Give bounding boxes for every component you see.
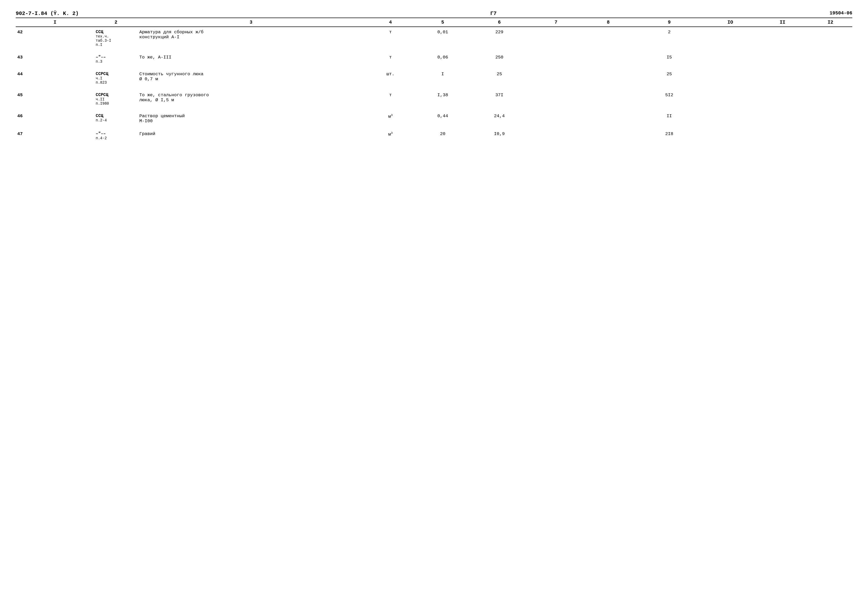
page-header: 902-7-I.84 (Ÿ. K. 2) Г7 19504-06 <box>16 11 852 17</box>
cell-col8 <box>582 69 634 86</box>
table-row: 46ССЦп.2-4Раствор цементныйМ-I00м30,4424… <box>16 111 852 124</box>
header-right: 19504-06 <box>830 11 852 16</box>
cell-description: Арматура для сборных ж/бконструкций А-I <box>138 27 364 48</box>
col-header-2: 2 <box>94 18 138 27</box>
cell-col8 <box>582 52 634 65</box>
cell-unit: т <box>364 27 417 48</box>
cell-number: 47 <box>16 129 94 141</box>
cell-number: 46 <box>16 111 94 124</box>
col-header-4: 4 <box>364 18 417 27</box>
col-header-6: 6 <box>469 18 530 27</box>
cell-description: Стоимость чугунного люкаØ 0,7 м <box>138 69 364 86</box>
cell-unit: м3 <box>364 129 417 141</box>
cell-col9: II <box>634 111 704 124</box>
col-header-5: 5 <box>417 18 469 27</box>
cell-description: То же, А-III <box>138 52 364 65</box>
col-header-12: I2 <box>809 18 852 27</box>
col-header-7: 7 <box>530 18 582 27</box>
cell-col7 <box>530 90 582 107</box>
table-row: 42ССЦтех.ч.таб.3-Iп.IАрматура для сборны… <box>16 27 852 48</box>
spacer-row <box>16 124 852 129</box>
cell-col12 <box>809 27 852 48</box>
cell-col7 <box>530 111 582 124</box>
spacer-row <box>16 48 852 52</box>
main-table-wrapper: I 2 3 4 5 6 7 8 9 IO II I2 42ССЦтех.ч.та… <box>16 17 852 146</box>
cell-source: ССЦтех.ч.таб.3-Iп.I <box>94 27 138 48</box>
cell-col5: 20 <box>417 129 469 141</box>
cell-col8 <box>582 90 634 107</box>
cell-col10 <box>704 52 756 65</box>
cell-col11 <box>756 27 809 48</box>
col-header-9: 9 <box>634 18 704 27</box>
table-row: 47–"-–п.4-2Гравийм320I0,92I8 <box>16 129 852 141</box>
cell-col5: 0,44 <box>417 111 469 124</box>
cell-col10 <box>704 69 756 86</box>
table-row: 44ССРСЦч.Iп.823Стоимость чугунного люкаØ… <box>16 69 852 86</box>
cell-col9: I5 <box>634 52 704 65</box>
cell-source: ССРСЦч.IIп.I980 <box>94 90 138 107</box>
col-header-1: I <box>16 18 94 27</box>
cell-col6: 229 <box>469 27 530 48</box>
cell-number: 44 <box>16 69 94 86</box>
spacer-row <box>16 107 852 111</box>
cell-col9: 5I2 <box>634 90 704 107</box>
cell-source: ССЦп.2-4 <box>94 111 138 124</box>
cell-unit: т <box>364 52 417 65</box>
col-header-3: 3 <box>138 18 364 27</box>
cell-col7 <box>530 69 582 86</box>
cell-col11 <box>756 90 809 107</box>
cell-col9: 25 <box>634 69 704 86</box>
column-header-row: I 2 3 4 5 6 7 8 9 IO II I2 <box>16 18 852 27</box>
cell-col10 <box>704 27 756 48</box>
cell-col11 <box>756 69 809 86</box>
cell-col5: 0,01 <box>417 27 469 48</box>
cell-number: 45 <box>16 90 94 107</box>
cell-col5: I <box>417 69 469 86</box>
cell-description: Раствор цементныйМ-I00 <box>138 111 364 124</box>
cell-unit: т <box>364 90 417 107</box>
cell-col10 <box>704 129 756 141</box>
cell-col9: 2 <box>634 27 704 48</box>
cell-col6: 25 <box>469 69 530 86</box>
cell-description: Гравий <box>138 129 364 141</box>
cell-col8 <box>582 27 634 48</box>
cell-unit: м3 <box>364 111 417 124</box>
col-header-10: IO <box>704 18 756 27</box>
cell-number: 43 <box>16 52 94 65</box>
col-header-11: II <box>756 18 809 27</box>
spacer-row <box>16 86 852 90</box>
cell-col10 <box>704 90 756 107</box>
cell-col10 <box>704 111 756 124</box>
table-row: 45ССРСЦч.IIп.I980То же, стального грузов… <box>16 90 852 107</box>
cell-description: То же, стального грузовоголюка, Ø I,5 м <box>138 90 364 107</box>
cell-col6: 24,4 <box>469 111 530 124</box>
cell-col8 <box>582 111 634 124</box>
cell-col9: 2I8 <box>634 129 704 141</box>
cell-unit: шт. <box>364 69 417 86</box>
cell-source: –"-–п.3 <box>94 52 138 65</box>
main-table: I 2 3 4 5 6 7 8 9 IO II I2 42ССЦтех.ч.та… <box>16 17 852 146</box>
cell-col8 <box>582 129 634 141</box>
cell-col12 <box>809 129 852 141</box>
cell-col7 <box>530 52 582 65</box>
cell-col6: 250 <box>469 52 530 65</box>
table-row: 43–"-–п.3То же, А-IIIт0,06250I5 <box>16 52 852 65</box>
cell-col6: 37I <box>469 90 530 107</box>
cell-col11 <box>756 129 809 141</box>
cell-col7 <box>530 27 582 48</box>
cell-col11 <box>756 111 809 124</box>
cell-col12 <box>809 90 852 107</box>
spacer-row <box>16 65 852 69</box>
cell-col5: I,38 <box>417 90 469 107</box>
cell-col6: I0,9 <box>469 129 530 141</box>
header-left: 902-7-I.84 (Ÿ. K. 2) <box>16 11 79 17</box>
cell-number: 42 <box>16 27 94 48</box>
cell-col11 <box>756 52 809 65</box>
header-center: Г7 <box>490 11 497 17</box>
cell-col12 <box>809 69 852 86</box>
col-header-8: 8 <box>582 18 634 27</box>
cell-source: ССРСЦч.Iп.823 <box>94 69 138 86</box>
cell-col12 <box>809 111 852 124</box>
cell-col12 <box>809 52 852 65</box>
cell-col7 <box>530 129 582 141</box>
